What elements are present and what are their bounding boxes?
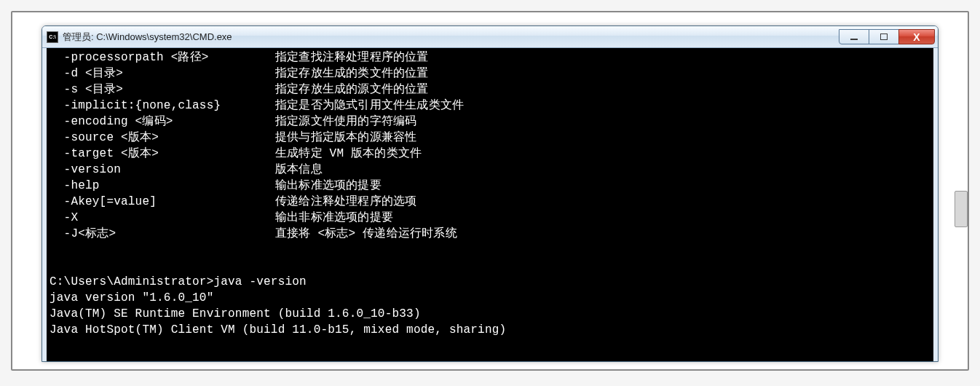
option-flag: -version [50, 162, 275, 178]
option-desc: 指定源文件使用的字符编码 [275, 115, 416, 128]
option-flag: -s <目录> [50, 82, 275, 98]
minimize-button[interactable] [839, 29, 869, 44]
window-titlebar[interactable]: C:\ 管理员: C:\Windows\system32\CMD.exe X [42, 26, 938, 48]
close-icon: X [913, 31, 920, 43]
option-flag: -processorpath <路径> [50, 50, 275, 66]
option-flag: -help [50, 178, 275, 194]
close-button[interactable]: X [898, 29, 935, 44]
cmd-icon: C:\ [47, 31, 58, 43]
option-desc: 版本信息 [275, 163, 323, 176]
prompt-line: C:\Users\Administrator>java -version [50, 274, 930, 290]
option-desc: 指定存放生成的源文件的位置 [275, 83, 429, 96]
window-buttons: X [839, 29, 935, 44]
help-option-line: -s <目录>指定存放生成的源文件的位置 [50, 82, 930, 98]
option-desc: 生成特定 VM 版本的类文件 [275, 147, 422, 160]
option-flag: -encoding <编码> [50, 114, 275, 130]
output-line: Java HotSpot(TM) Client VM (build 11.0-b… [50, 322, 930, 338]
option-desc: 直接将 <标志> 传递给运行时系统 [275, 227, 457, 240]
output-line: java version "1.6.0_10" [50, 290, 930, 306]
option-flag: -d <目录> [50, 66, 275, 82]
help-option-line: -target <版本>生成特定 VM 版本的类文件 [50, 146, 930, 162]
help-option-line: -encoding <编码>指定源文件使用的字符编码 [50, 114, 930, 130]
option-desc: 输出非标准选项的提要 [275, 211, 393, 224]
option-desc: 输出标准选项的提要 [275, 179, 382, 192]
minimize-icon [850, 39, 858, 40]
blank-line [50, 242, 930, 258]
help-option-line: -J<标志>直接将 <标志> 传递给运行时系统 [50, 226, 930, 242]
option-flag: -target <版本> [50, 146, 275, 162]
blank-line [50, 258, 930, 274]
help-option-line: -source <版本>提供与指定版本的源兼容性 [50, 130, 930, 146]
option-desc: 指定存放生成的类文件的位置 [275, 67, 429, 80]
help-option-line: -processorpath <路径>指定查找注释处理程序的位置 [50, 50, 930, 66]
option-flag: -source <版本> [50, 130, 275, 146]
maximize-button[interactable] [869, 29, 899, 44]
window-title: 管理员: C:\Windows\system32\CMD.exe [63, 31, 839, 44]
help-option-line: -X输出非标准选项的提要 [50, 210, 930, 226]
cmd-window: C:\ 管理员: C:\Windows\system32\CMD.exe X -… [42, 25, 938, 362]
screenshot-frame: C:\ 管理员: C:\Windows\system32\CMD.exe X -… [11, 11, 969, 371]
option-flag: -implicit:{none,class} [50, 98, 275, 114]
option-flag: -X [50, 210, 275, 226]
option-flag: -J<标志> [50, 226, 275, 242]
option-desc: 传递给注释处理程序的选项 [275, 195, 416, 208]
help-option-line: -Akey[=value]传递给注释处理程序的选项 [50, 194, 930, 210]
option-desc: 提供与指定版本的源兼容性 [275, 131, 416, 144]
help-option-line: -version版本信息 [50, 162, 930, 178]
outer-scroll-thumb[interactable] [955, 191, 968, 227]
help-option-line: -help输出标准选项的提要 [50, 178, 930, 194]
option-desc: 指定查找注释处理程序的位置 [275, 51, 429, 64]
terminal-output[interactable]: -processorpath <路径>指定查找注释处理程序的位置 -d <目录>… [42, 48, 938, 361]
option-flag: -Akey[=value] [50, 194, 275, 210]
maximize-icon [880, 34, 888, 40]
help-option-line: -implicit:{none,class}指定是否为隐式引用文件生成类文件 [50, 98, 930, 114]
output-line: Java(TM) SE Runtime Environment (build 1… [50, 306, 930, 322]
help-option-line: -d <目录>指定存放生成的类文件的位置 [50, 66, 930, 82]
option-desc: 指定是否为隐式引用文件生成类文件 [275, 99, 464, 112]
